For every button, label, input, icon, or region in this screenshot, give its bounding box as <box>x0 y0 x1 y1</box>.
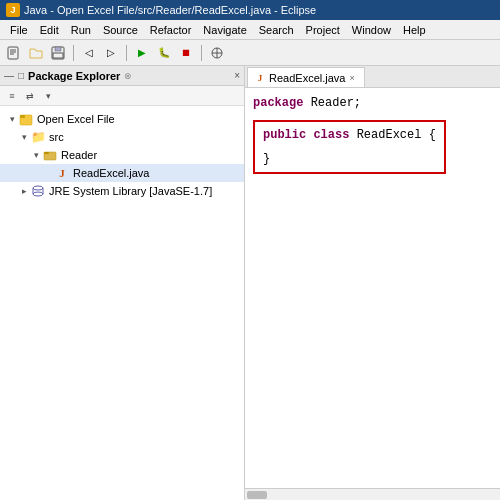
horizontal-scrollbar[interactable] <box>245 488 500 500</box>
package-explorer-panel: — □ Package Explorer ⊗ × ≡ ⇄ ▾ ▾ <box>0 66 245 500</box>
toolbar-perspective[interactable] <box>207 43 227 63</box>
menu-navigate[interactable]: Navigate <box>197 22 252 38</box>
reader-arrow[interactable]: ▾ <box>30 149 42 161</box>
src-folder-icon: 📁 <box>30 129 46 145</box>
package-line: package package Reader;Reader; <box>253 94 492 112</box>
editor-tab-readexcel[interactable]: J ReadExcel.java × <box>247 67 365 87</box>
svg-point-14 <box>33 186 43 190</box>
app-icon: J <box>6 3 20 17</box>
toolbar: ◁ ▷ ▶ 🐛 ⏹ <box>0 40 500 66</box>
tab-close-icon[interactable]: × <box>348 72 355 84</box>
tree-item-readexcel[interactable]: J ReadExcel.java <box>0 164 244 182</box>
main-content: — □ Package Explorer ⊗ × ≡ ⇄ ▾ ▾ <box>0 66 500 500</box>
toolbar-open[interactable] <box>26 43 46 63</box>
class-name: ReadExcel { <box>357 126 436 144</box>
toolbar-new[interactable] <box>4 43 24 63</box>
scrollbar-thumb[interactable] <box>247 491 267 499</box>
view-menu-btn[interactable]: ▾ <box>40 88 56 104</box>
class-definition-box: public class ReadExcel { } <box>253 120 446 174</box>
package-name-display: Reader; <box>311 94 361 112</box>
toolbar-back[interactable]: ◁ <box>79 43 99 63</box>
editor-tab-bar: J ReadExcel.java × <box>245 66 500 88</box>
project-icon <box>18 111 34 127</box>
reader-folder-icon <box>42 147 58 163</box>
panel-maximize-icon[interactable]: □ <box>18 70 24 81</box>
panel-minimize-icon[interactable]: — <box>4 70 14 81</box>
src-arrow[interactable]: ▾ <box>18 131 30 143</box>
menu-window[interactable]: Window <box>346 22 397 38</box>
readexcel-label: ReadExcel.java <box>73 167 149 179</box>
svg-rect-13 <box>44 152 49 154</box>
toolbar-forward[interactable]: ▷ <box>101 43 121 63</box>
svg-point-17 <box>33 192 43 196</box>
link-editor-btn[interactable]: ⇄ <box>22 88 38 104</box>
editor-content[interactable]: package package Reader;Reader; public cl… <box>245 88 500 488</box>
project-label: Open Excel File <box>37 113 115 125</box>
menu-run[interactable]: Run <box>65 22 97 38</box>
svg-rect-6 <box>53 53 63 58</box>
menu-help[interactable]: Help <box>397 22 432 38</box>
src-label: src <box>49 131 64 143</box>
file-tree: ▾ Open Excel File ▾ 📁 src ▾ <box>0 106 244 500</box>
collapse-all-btn[interactable]: ≡ <box>4 88 20 104</box>
svg-rect-11 <box>20 115 25 118</box>
title-bar: J Java - Open Excel File/src/Reader/Read… <box>0 0 500 20</box>
panel-close-icon[interactable]: × <box>234 70 240 81</box>
panel-header-left: — □ Package Explorer ⊗ <box>4 70 132 82</box>
panel-toolbar: ≡ ⇄ ▾ <box>0 86 244 106</box>
project-arrow[interactable]: ▾ <box>6 113 18 125</box>
tree-item-src[interactable]: ▾ 📁 src <box>0 128 244 146</box>
jre-library-icon <box>30 183 46 199</box>
class-line: public class ReadExcel { <box>263 126 436 144</box>
java-arrow <box>42 167 54 179</box>
menu-search[interactable]: Search <box>253 22 300 38</box>
separator-3 <box>201 45 202 61</box>
tree-item-jre[interactable]: ▸ JRE System Library [JavaSE-1.7] <box>0 182 244 200</box>
menu-file[interactable]: File <box>4 22 34 38</box>
tab-label: ReadExcel.java <box>269 72 345 84</box>
panel-view-icon: ⊗ <box>124 71 132 81</box>
package-explorer-title: Package Explorer <box>28 70 120 82</box>
toolbar-stop[interactable]: ⏹ <box>176 43 196 63</box>
separator-2 <box>126 45 127 61</box>
menu-refactor[interactable]: Refactor <box>144 22 198 38</box>
reader-label: Reader <box>61 149 97 161</box>
menu-source[interactable]: Source <box>97 22 144 38</box>
tab-java-icon: J <box>254 72 266 84</box>
java-file-icon: J <box>54 165 70 181</box>
close-brace: } <box>263 150 270 168</box>
close-brace-line: } <box>263 150 436 168</box>
menu-project[interactable]: Project <box>300 22 346 38</box>
window-title: Java - Open Excel File/src/Reader/ReadEx… <box>24 4 316 16</box>
tree-item-reader[interactable]: ▾ Reader <box>0 146 244 164</box>
menu-bar: File Edit Run Source Refactor Navigate S… <box>0 20 500 40</box>
public-keyword: public <box>263 126 306 144</box>
toolbar-debug[interactable]: 🐛 <box>154 43 174 63</box>
tree-item-project[interactable]: ▾ Open Excel File <box>0 110 244 128</box>
package-keyword: package <box>253 94 303 112</box>
separator-1 <box>73 45 74 61</box>
toolbar-run[interactable]: ▶ <box>132 43 152 63</box>
svg-rect-5 <box>55 47 61 51</box>
editor-panel: J ReadExcel.java × package package Reade… <box>245 66 500 500</box>
menu-edit[interactable]: Edit <box>34 22 65 38</box>
jre-label: JRE System Library [JavaSE-1.7] <box>49 185 212 197</box>
jre-arrow[interactable]: ▸ <box>18 185 30 197</box>
class-keyword: class <box>313 126 349 144</box>
code-highlighted-block: public class ReadExcel { } <box>253 118 492 176</box>
package-explorer-header: — □ Package Explorer ⊗ × <box>0 66 244 86</box>
svg-rect-0 <box>8 47 18 59</box>
toolbar-save[interactable] <box>48 43 68 63</box>
